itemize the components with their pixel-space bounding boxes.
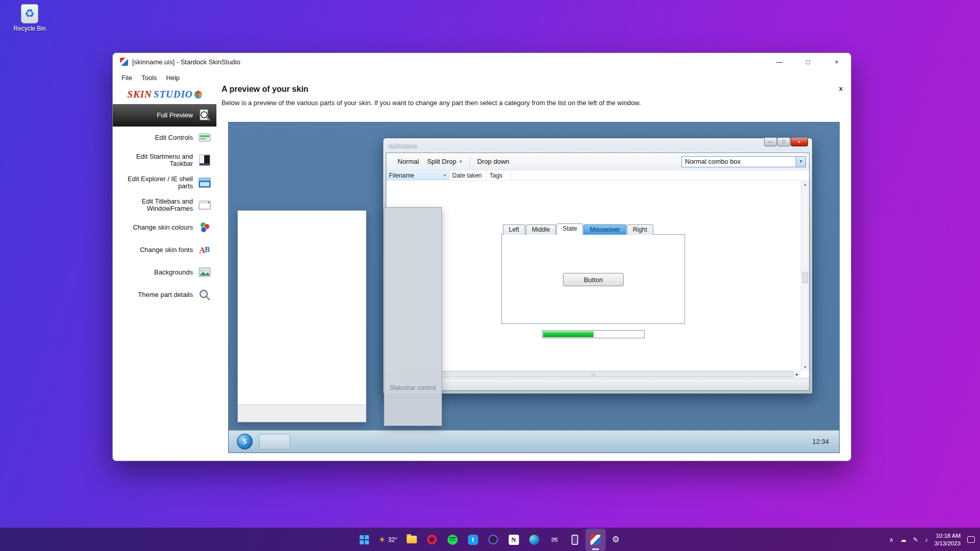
spotify-button[interactable] — [442, 529, 462, 551]
twitter-button[interactable]: t — [462, 529, 483, 551]
tab-state[interactable]: State — [556, 223, 583, 235]
spotify-icon — [447, 535, 457, 545]
titlebars-windowframes-icon — [198, 198, 212, 212]
progress-bar — [542, 330, 645, 338]
tab-strip: Left Middle State Mouseover Right — [503, 224, 654, 235]
preview-clock: 12:34 — [812, 431, 829, 453]
pane-close-button[interactable]: x — [839, 85, 843, 92]
notion-icon: N — [508, 535, 519, 545]
page-title: A preview of your skin — [222, 85, 308, 94]
sidebar-item-edit-controls[interactable]: Edit Controls — [113, 127, 216, 149]
scroll-down-icon[interactable]: ▼ — [801, 363, 809, 370]
minimize-button[interactable]: — — [765, 53, 794, 70]
discord-button[interactable] — [483, 529, 503, 551]
sample-button[interactable]: Button — [563, 273, 624, 286]
menu-file[interactable]: File — [117, 74, 137, 82]
close-button[interactable]: × — [822, 53, 851, 70]
edit-controls-icon — [198, 131, 212, 145]
start-button[interactable] — [354, 529, 375, 551]
sidebar-item-skin-colours[interactable]: Change skin colours — [113, 216, 216, 239]
opera-button[interactable] — [422, 529, 442, 551]
recycle-bin[interactable]: ♻ Recycle Bin — [7, 4, 52, 32]
cloud-icon[interactable]: ☁ — [900, 536, 906, 543]
combo-dropdown-icon[interactable]: ▼ — [796, 157, 805, 167]
preview-minimize-icon: — — [768, 139, 773, 144]
tray-chevron-icon[interactable]: ∧ — [889, 536, 894, 543]
volume-icon[interactable]: ♪ — [925, 536, 928, 543]
taskbar-center-icons: ☀ 32° t N ✉ ⚙ — [354, 528, 626, 551]
mail-button[interactable]: ✉ — [544, 529, 565, 551]
skinstudio-taskbar-button[interactable] — [585, 529, 605, 551]
menubar: File Tools Help — [113, 70, 851, 85]
tab-right[interactable]: Right — [627, 224, 653, 235]
menu-help[interactable]: Help — [161, 74, 184, 82]
preview-window-statusbar — [386, 378, 809, 390]
preview-window-titlebar[interactable]: skinname — □ × — [383, 138, 812, 153]
preview-minimize-button[interactable]: — — [764, 138, 777, 146]
skinstudio-icon — [590, 535, 600, 545]
vertical-scrollbar[interactable]: ▲ ▼ — [801, 181, 809, 370]
toolbar-button-split-drop[interactable]: Split Drop▼ — [423, 156, 467, 167]
column-filter-dropdown[interactable]: ▼ — [440, 170, 450, 180]
weather-temp: 32° — [388, 536, 397, 543]
window-titlebar[interactable]: [skinname.uis] - Stardock SkinStudio — □… — [113, 53, 851, 70]
toolbar-button-drop-down[interactable]: Drop down — [473, 156, 513, 167]
tab-mouseover[interactable]: Mouseover — [583, 224, 626, 235]
scroll-right-icon[interactable]: ▶ — [794, 371, 801, 378]
sidebar-item-edit-explorer[interactable]: Edit Explorer / IE shell parts — [113, 171, 216, 194]
sidebar-item-edit-startmenu[interactable]: Edit Startmenu and Taskbar — [113, 149, 216, 171]
normal-combo-box[interactable]: Normal combo box ▼ — [681, 156, 806, 167]
notion-button[interactable]: N — [503, 529, 524, 551]
tray-date: 3/13/2023 — [935, 540, 961, 547]
sidebar-item-skin-fonts[interactable]: Change skin fonts AB — [113, 239, 216, 261]
horizontal-scrollbar[interactable]: ◀ ||| ▶ — [386, 370, 801, 378]
tab-left[interactable]: Left — [503, 224, 525, 235]
pen-input-icon[interactable]: ✎ — [913, 536, 918, 543]
windows-taskbar: ☀ 32° t N ✉ ⚙ ∧ ☁ ✎ ♪ 10:18 AM 3/13/2023 — [0, 528, 980, 551]
horizontal-scroll-thumb[interactable]: ||| — [394, 371, 794, 377]
notifications-icon[interactable] — [967, 536, 975, 543]
preview-taskbar-button[interactable] — [259, 434, 290, 449]
toolbar-separator — [470, 157, 470, 166]
preview-maximize-icon: □ — [782, 139, 785, 144]
preview-start-orb[interactable]: S — [237, 434, 253, 449]
explorer-parts-icon — [198, 176, 212, 190]
mail-icon: ✉ — [551, 535, 558, 544]
statusbar-control-label: Statusbar control — [389, 384, 436, 391]
combo-value: Normal combo box — [682, 158, 796, 165]
sidebar-item-full-preview[interactable]: Full Preview — [113, 104, 216, 127]
listbox-panel — [237, 210, 366, 422]
menu-tools[interactable]: Tools — [137, 74, 161, 82]
phone-icon — [572, 535, 578, 545]
sidebar-item-edit-titlebars[interactable]: Edit Titlebars and WindowFrames — [113, 194, 216, 216]
weather-widget[interactable]: ☀ 32° — [375, 529, 402, 551]
sidebar-item-theme-details[interactable]: Theme part details — [113, 284, 216, 306]
phone-link-button[interactable] — [565, 529, 585, 551]
column-header-date-taken[interactable]: Date taken — [450, 170, 487, 180]
statusbar-control-panel: Statusbar control — [384, 207, 442, 426]
vertical-scroll-thumb[interactable] — [802, 272, 808, 283]
column-header-filename[interactable]: Filename — [386, 170, 440, 180]
edge-button[interactable] — [524, 529, 544, 551]
tray-time: 10:18 AM — [935, 532, 961, 540]
preview-close-icon: × — [798, 139, 800, 144]
recycle-bin-icon: ♻ — [21, 4, 38, 23]
clock-date[interactable]: 10:18 AM 3/13/2023 — [935, 532, 961, 547]
preview-toolbar: Normal Split Drop▼ Drop down Normal comb… — [386, 153, 809, 170]
preview-maximize-button[interactable]: □ — [777, 138, 790, 146]
file-explorer-button[interactable] — [401, 529, 422, 551]
edge-icon — [529, 535, 539, 545]
sidebar-item-backgrounds[interactable]: Backgrounds — [113, 261, 216, 284]
column-header-tags[interactable]: Tags — [487, 170, 512, 180]
preview-close-button[interactable]: × — [791, 138, 808, 146]
tab-middle[interactable]: Middle — [526, 224, 556, 235]
settings-button[interactable]: ⚙ — [605, 529, 626, 551]
skinstudio-logo: SKINSTUDIO — [113, 85, 216, 104]
scroll-up-icon[interactable]: ▲ — [801, 181, 809, 188]
discord-icon — [488, 535, 498, 544]
maximize-button[interactable]: □ — [794, 53, 822, 70]
toolbar-button-normal[interactable]: Normal — [394, 156, 423, 167]
sidebar: SKINSTUDIO Full Preview Edit Controls Ed… — [113, 85, 216, 461]
skin-fonts-icon: AB — [198, 243, 212, 257]
sun-icon: ☀ — [379, 535, 385, 544]
